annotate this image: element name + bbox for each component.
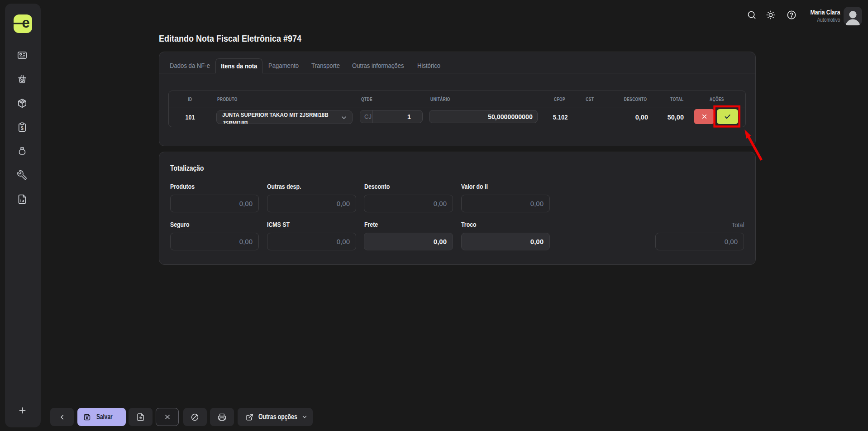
svg-text:$: $ (21, 125, 24, 131)
svg-text:e: e (22, 14, 30, 30)
